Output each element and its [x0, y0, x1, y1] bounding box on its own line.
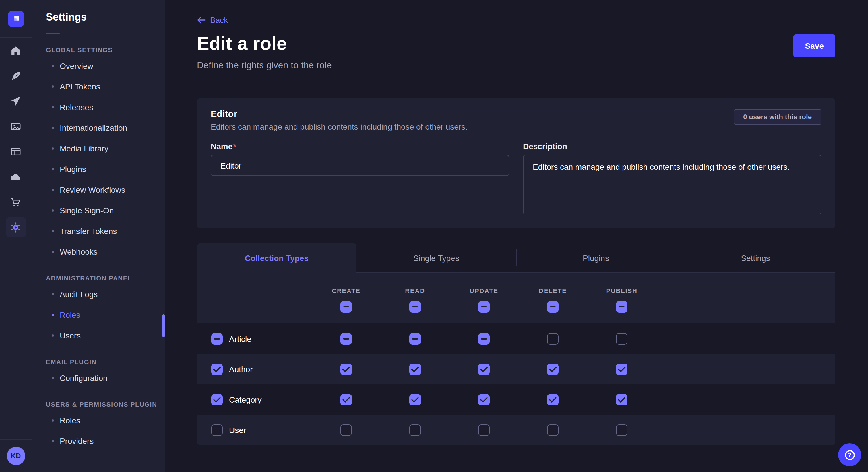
rail-icon-paper-plane[interactable]	[5, 91, 26, 111]
permission-row-author: Author	[197, 354, 835, 384]
user-read-checkbox-unchecked[interactable]	[409, 424, 421, 436]
article-read-checkbox-indeterminate[interactable]	[409, 333, 421, 344]
settings-sidebar: Settings GLOBAL SETTINGSOverviewAPI Toke…	[32, 0, 165, 472]
sidebar-item-media-library[interactable]: Media Library	[46, 138, 165, 159]
save-button[interactable]: Save	[794, 34, 835, 57]
select-all-update-checkbox-indeterminate[interactable]	[478, 301, 490, 312]
help-button[interactable]: ?	[838, 443, 861, 466]
permissions-table: CREATEREADUPDATEDELETEPUBLISH ArticleAut…	[197, 273, 835, 445]
author-create-checkbox-checked[interactable]	[340, 363, 352, 375]
permission-cell	[312, 424, 381, 436]
permission-cell	[381, 394, 450, 405]
author-read-checkbox-checked[interactable]	[409, 363, 421, 375]
author-update-checkbox-checked[interactable]	[478, 363, 490, 375]
description-textarea[interactable]: Editors can manage and publish contents …	[523, 155, 822, 214]
name-input[interactable]: Editor	[211, 155, 509, 176]
user-row-checkbox-unchecked[interactable]	[211, 424, 223, 436]
sidebar-item-users[interactable]: Users	[46, 325, 165, 346]
category-delete-checkbox-checked[interactable]	[547, 394, 559, 405]
rail-icon-cloud[interactable]	[5, 166, 26, 187]
sidebar-item-configuration[interactable]: Configuration	[46, 368, 165, 388]
sidebar-item-roles[interactable]: Roles	[46, 305, 165, 325]
category-read-checkbox-checked[interactable]	[409, 394, 421, 405]
permission-cell	[518, 424, 587, 436]
back-label: Back	[210, 15, 228, 25]
select-all-publish-checkbox-indeterminate[interactable]	[616, 301, 627, 312]
sidebar-section-list: Configuration	[46, 368, 165, 388]
permission-cell	[587, 363, 656, 375]
sidebar-item-transfer-tokens[interactable]: Transfer Tokens	[46, 221, 165, 241]
article-publish-checkbox-unchecked[interactable]	[616, 333, 627, 344]
sidebar-item-internationalization[interactable]: Internationalization	[46, 117, 165, 138]
back-link[interactable]: Back	[197, 15, 228, 25]
tab-settings[interactable]: Settings	[676, 243, 835, 272]
user-avatar[interactable]: KD	[7, 447, 25, 465]
row-name-cell: Article	[197, 333, 312, 344]
sidebar-section-label: USERS & PERMISSIONS PLUGIN	[46, 401, 165, 408]
permission-cell	[518, 333, 587, 344]
description-field-label: Description	[523, 142, 567, 151]
sidebar-item-api-tokens[interactable]: API Tokens	[46, 76, 165, 97]
column-label: UPDATE	[470, 287, 498, 294]
strapi-logo[interactable]	[8, 11, 24, 27]
tab-collection-types[interactable]: Collection Types	[197, 243, 356, 273]
rail-icon-layout[interactable]	[5, 141, 26, 162]
sidebar-item-releases[interactable]: Releases	[46, 97, 165, 117]
category-row-checkbox-checked[interactable]	[211, 394, 223, 405]
select-all-delete-checkbox-indeterminate[interactable]	[547, 301, 559, 312]
author-delete-checkbox-checked[interactable]	[547, 363, 559, 375]
article-create-checkbox-indeterminate[interactable]	[340, 333, 352, 344]
permission-cell	[312, 363, 381, 375]
bullet-dot-icon	[52, 230, 54, 232]
sidebar-item-plugins[interactable]: Plugins	[46, 159, 165, 179]
article-update-checkbox-indeterminate[interactable]	[478, 333, 490, 344]
rail-icon-home[interactable]	[5, 40, 26, 61]
row-name-cell: Author	[197, 363, 312, 375]
question-mark-icon: ?	[845, 450, 855, 460]
bullet-dot-icon	[52, 65, 54, 67]
category-update-checkbox-checked[interactable]	[478, 394, 490, 405]
permission-cell	[518, 394, 587, 405]
permission-cell	[381, 424, 450, 436]
tab-plugins[interactable]: Plugins	[516, 243, 676, 272]
sidebar-item-overview[interactable]: Overview	[46, 56, 165, 76]
bullet-dot-icon	[52, 250, 54, 253]
app-root: KD Settings GLOBAL SETTINGSOverviewAPI T…	[0, 0, 868, 472]
sidebar-item-label: Media Library	[60, 144, 108, 153]
sidebar-scroll-indicator[interactable]	[162, 314, 165, 337]
article-row-checkbox-indeterminate[interactable]	[211, 333, 223, 344]
sidebar-item-audit-logs[interactable]: Audit Logs	[46, 284, 165, 305]
sidebar-item-roles[interactable]: Roles	[46, 410, 165, 431]
feather-icon	[10, 70, 22, 82]
category-create-checkbox-checked[interactable]	[340, 394, 352, 405]
select-all-read-checkbox-indeterminate[interactable]	[409, 301, 421, 312]
tab-single-types[interactable]: Single Types	[356, 243, 516, 272]
rail-icon-feather[interactable]	[5, 65, 26, 86]
sidebar-item-providers[interactable]: Providers	[46, 431, 165, 451]
sidebar-item-label: Internationalization	[60, 123, 127, 133]
users-with-role-badge[interactable]: 0 users with this role	[733, 109, 822, 125]
page-subtitle: Define the rights given to the role	[197, 60, 332, 71]
user-create-checkbox-unchecked[interactable]	[340, 424, 352, 436]
sidebar-item-single-sign-on[interactable]: Single Sign-On	[46, 200, 165, 221]
permission-cell	[312, 333, 381, 344]
content-type-name: Article	[229, 334, 251, 343]
select-all-create-checkbox-indeterminate[interactable]	[340, 301, 352, 312]
category-publish-checkbox-checked[interactable]	[616, 394, 627, 405]
content-type-name: Category	[229, 395, 262, 404]
name-field-group: Name* Editor	[211, 141, 509, 214]
author-publish-checkbox-checked[interactable]	[616, 363, 627, 375]
sidebar-item-webhooks[interactable]: Webhooks	[46, 241, 165, 262]
user-delete-checkbox-unchecked[interactable]	[547, 424, 559, 436]
user-update-checkbox-unchecked[interactable]	[478, 424, 490, 436]
media-icon	[10, 120, 22, 132]
sidebar-item-review-workflows[interactable]: Review Workflows	[46, 179, 165, 200]
sidebar-section-label: EMAIL PLUGIN	[46, 359, 165, 365]
role-description-text: Editors can manage and publish contents …	[211, 122, 468, 131]
user-publish-checkbox-unchecked[interactable]	[616, 424, 627, 436]
article-delete-checkbox-unchecked[interactable]	[547, 333, 559, 344]
rail-icon-settings[interactable]	[5, 217, 26, 237]
author-row-checkbox-checked[interactable]	[211, 363, 223, 375]
rail-icon-cart[interactable]	[5, 192, 26, 212]
rail-icon-media[interactable]	[5, 116, 26, 136]
